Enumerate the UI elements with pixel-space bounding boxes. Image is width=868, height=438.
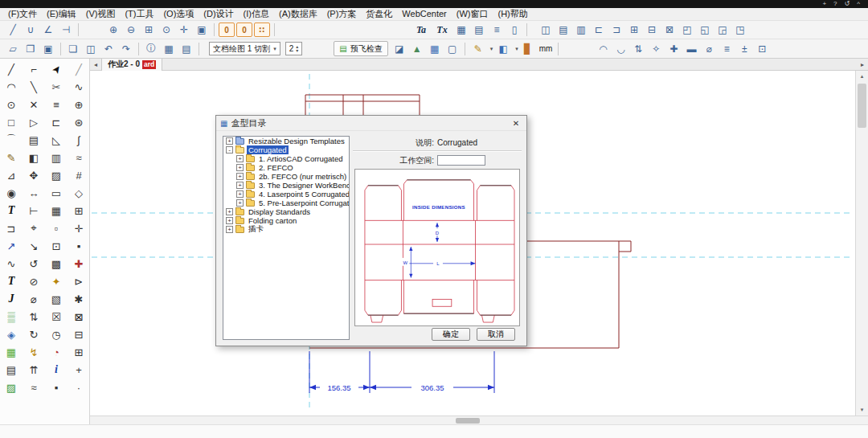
cross-tool[interactable]: ✚ (68, 255, 90, 272)
chamfer-tool[interactable]: ◺ (45, 131, 68, 149)
layers-panel-icon[interactable]: ▤ (555, 23, 571, 37)
pencil-tool[interactable]: ✎ (0, 149, 23, 166)
menu-item-window[interactable]: (W)窗口 (452, 8, 493, 20)
scroll-up-icon[interactable]: ▴ (856, 71, 868, 82)
star-icon[interactable]: ✧ (648, 42, 664, 56)
tree-item[interactable]: +3. The Designer WorkBench (223, 181, 349, 190)
dot2-tool[interactable]: ▪ (45, 379, 68, 396)
small-dot-tool[interactable]: ▪ (68, 237, 90, 255)
print-button[interactable]: ❏ (65, 42, 81, 56)
tree-expander-icon[interactable]: + (226, 208, 233, 215)
info-button[interactable]: ⓘ (143, 42, 159, 56)
view-ne-icon[interactable]: ◳ (732, 23, 748, 37)
pan-icon[interactable]: ✛ (176, 23, 192, 37)
spinner-down-icon[interactable]: ▾ (296, 49, 298, 53)
layer-select[interactable]: 文档绘图 1 切割▾ (209, 42, 280, 55)
database-button[interactable]: ▦ (161, 42, 177, 56)
picture-button[interactable]: ▲ (409, 42, 425, 56)
angle-tool[interactable]: ∠ (40, 23, 56, 37)
info-tool[interactable]: i (45, 361, 68, 379)
menu-item-palletization[interactable]: 货盘化 (361, 8, 397, 20)
print-preview-button[interactable]: ◫ (83, 42, 99, 56)
small-rect-tool[interactable]: ▭ (45, 184, 68, 202)
diameter-icon[interactable]: ⌀ (701, 42, 717, 56)
counter-icon[interactable]: ◡ (612, 42, 628, 56)
j-text-tool[interactable]: J (0, 290, 23, 308)
view-se-icon[interactable]: ◲ (714, 23, 731, 37)
catalog-tree[interactable]: +Resizable Design Templates-Corrugated+1… (223, 136, 350, 340)
document-tab[interactable]: 作业2 - 0 ard (101, 59, 162, 71)
tree-expander-icon[interactable]: + (236, 199, 244, 207)
dialog-titlebar[interactable]: ▦ 盒型目录 ✕ (216, 116, 526, 131)
mirror-tool[interactable]: ◧ (23, 149, 45, 166)
rectangle-tool[interactable]: □ (0, 113, 23, 131)
ungroup-icon[interactable]: ⊟ (644, 23, 660, 37)
tree-item[interactable]: +Resizable Design Templates (223, 137, 349, 145)
zoom-previous-icon[interactable]: ⊙ (158, 23, 174, 37)
fold-tool[interactable]: ≈ (68, 149, 90, 166)
dense-hatch-tool[interactable]: ▩ (45, 255, 68, 272)
help-icon[interactable]: ? (833, 0, 837, 8)
arrow-se-tool[interactable]: ↘ (23, 237, 45, 255)
add-icon[interactable]: ✚ (665, 42, 682, 56)
grid2-tool[interactable]: ⊞ (68, 343, 90, 361)
cape-button[interactable]: ▦ (427, 42, 443, 56)
green-swatch-tool[interactable]: ▦ (0, 343, 23, 361)
workspace-input[interactable] (437, 155, 485, 166)
horizontal-scrollbar[interactable] (90, 415, 868, 424)
tree-expander-icon[interactable]: + (226, 137, 233, 145)
circle-tool[interactable]: ⊙ (0, 96, 23, 113)
pattern-tool[interactable]: ▒ (0, 308, 23, 325)
burst-tool[interactable]: ⊛ (68, 113, 90, 131)
redo-button[interactable]: ↷ (118, 42, 134, 56)
angle-zero-button[interactable]: 0 (219, 23, 235, 37)
swatch2-tool[interactable]: ▨ (0, 379, 23, 396)
color-image-button[interactable]: ◪ (391, 42, 407, 56)
layout-icon[interactable]: ▤ (471, 23, 487, 37)
delete-tool[interactable]: ✕ (23, 96, 45, 113)
tree-expander-icon[interactable]: + (226, 226, 233, 233)
tree-item[interactable]: +Folding carton (223, 216, 349, 225)
menu-item-view[interactable]: (V)视图 (81, 8, 121, 20)
wave-tool[interactable]: ∿ (68, 78, 90, 96)
shade2-tool[interactable]: ▧ (45, 290, 68, 308)
clock-tool[interactable]: ◷ (45, 325, 68, 343)
pen-style-button[interactable]: ✎ (470, 42, 486, 56)
tree-item[interactable]: -Corrugated (223, 145, 349, 154)
text-tool[interactable]: T (0, 202, 23, 219)
view-sw-icon[interactable]: ◱ (697, 23, 713, 37)
diagonal-tool[interactable]: ╲ (23, 78, 45, 96)
collapse-icon[interactable]: ^ (857, 0, 860, 8)
close-icon[interactable]: ✕ (510, 119, 522, 128)
undo-history-icon[interactable]: ↺ (845, 0, 850, 8)
vertical-scrollbar[interactable]: ▴ ▾ (855, 71, 868, 415)
pen-style-button-dropdown[interactable]: ✎▾ (469, 42, 493, 56)
preflight-button[interactable]: ▤预飞检查 (334, 41, 387, 56)
list-tool[interactable]: ≡ (45, 96, 68, 113)
ok-button[interactable]: 确定 (432, 328, 470, 341)
window-grid-tool[interactable]: ⊞ (68, 202, 90, 219)
tree-item[interactable]: +插卡 (223, 225, 349, 234)
tab-scroll-right-icon[interactable]: ▸ (857, 61, 868, 68)
slash-circle-tool[interactable]: ⊘ (23, 272, 45, 290)
trim-tool[interactable]: ⊣ (58, 23, 74, 37)
frame-button[interactable]: ▢ (444, 42, 461, 56)
align-left-icon[interactable]: ⊏ (591, 23, 607, 37)
swap-icon[interactable]: ⇅ (630, 42, 646, 56)
nest-icon[interactable]: ◠ (595, 42, 611, 56)
crosshair-tool[interactable]: ⌖ (23, 219, 45, 237)
rotate-tool[interactable]: ↻ (23, 325, 45, 343)
menu-item-options[interactable]: (O)选项 (158, 8, 199, 20)
bracket-tool[interactable]: ⊐ (0, 219, 23, 237)
horizontal-scroll-thumb[interactable] (456, 418, 480, 424)
tree-expander-icon[interactable]: - (226, 146, 233, 154)
menu-item-database[interactable]: (A)数据库 (274, 8, 322, 20)
checkbox-tool[interactable]: ☒ (45, 308, 68, 325)
triangle-right-tool[interactable]: ⊳ (68, 272, 90, 290)
zoom-in-icon[interactable]: ⊕ (105, 23, 121, 37)
sheet-icon[interactable]: ▦ (453, 23, 469, 37)
arrows-up-tool[interactable]: ⇈ (23, 361, 45, 379)
minus-box-tool[interactable]: ⊟ (68, 325, 90, 343)
undo-button[interactable]: ↶ (100, 42, 117, 56)
hatch-tool[interactable]: ▤ (23, 131, 45, 149)
